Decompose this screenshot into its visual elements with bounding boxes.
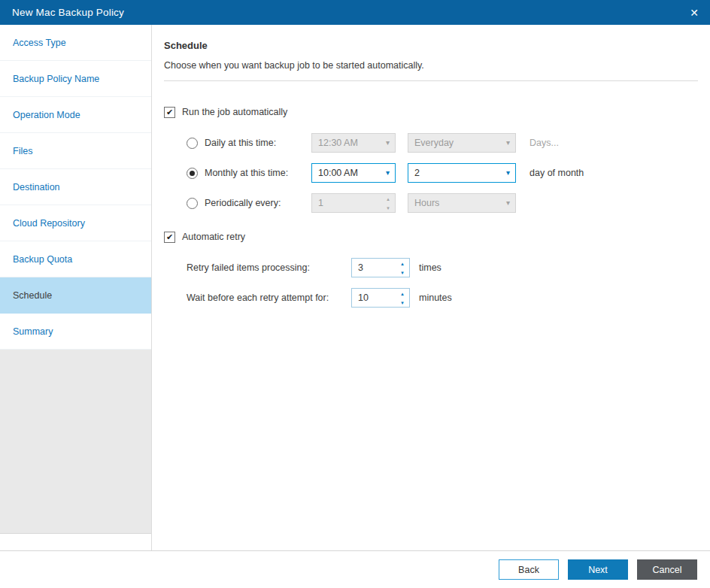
monthly-row: Monthly at this time: 10:00 AM ▾ 2 ▾ day…	[187, 158, 698, 188]
schedule-step-content: Schedule Choose when you want backup job…	[152, 25, 710, 550]
daily-label: Daily at this time:	[205, 138, 311, 148]
sidebar-item-backup-quota[interactable]: Backup Quota	[0, 241, 151, 277]
monthly-radio[interactable]	[187, 168, 198, 179]
wizard-window: New Mac Backup Policy ✕ Access Type Back…	[0, 0, 710, 588]
sidebar-item-summary[interactable]: Summary	[0, 314, 151, 350]
close-icon: ✕	[690, 7, 699, 19]
automatic-retry-checkbox[interactable]: ✔	[164, 232, 175, 243]
sidebar-item-backup-policy-name[interactable]: Backup Policy Name	[0, 61, 151, 97]
run-automatically-checkbox[interactable]: ✔	[164, 107, 175, 118]
monthly-time-select[interactable]: 10:00 AM ▾	[311, 163, 396, 183]
periodically-label: Periodically every:	[205, 198, 311, 208]
retry-wait-row: Wait before each retry attempt for: 10 ▴…	[187, 283, 698, 313]
periodically-value-spinner[interactable]: 1 ▴ ▾	[311, 193, 396, 213]
chevron-down-icon: ▾	[506, 139, 510, 147]
spinner-up-icon[interactable]: ▴	[381, 194, 395, 203]
retry-wait-value: 10	[352, 289, 396, 307]
spinner-up-icon[interactable]: ▴	[396, 289, 409, 298]
sidebar-item-files[interactable]: Files	[0, 133, 151, 169]
cancel-button[interactable]: Cancel	[637, 559, 697, 580]
chevron-down-icon: ▾	[506, 169, 510, 177]
daily-time-select[interactable]: 12:30 AM ▾	[311, 133, 396, 153]
wizard-steps-sidebar: Access Type Backup Policy Name Operation…	[0, 25, 152, 550]
periodically-unit-value: Hours	[414, 198, 439, 208]
daily-row: Daily at this time: 12:30 AM ▾ Everyday …	[187, 128, 698, 158]
check-icon: ✔	[166, 108, 173, 117]
chevron-down-icon: ▾	[506, 199, 510, 207]
sidebar-item-access-type[interactable]: Access Type	[0, 25, 151, 61]
retry-wait-spinner[interactable]: 10 ▴ ▾	[351, 288, 410, 308]
retry-count-label: Retry failed items processing:	[187, 262, 351, 273]
monthly-label: Monthly at this time:	[205, 168, 311, 178]
retry-count-value: 3	[352, 259, 396, 277]
sidebar-item-cloud-repository[interactable]: Cloud Repository	[0, 205, 151, 241]
sidebar-item-destination[interactable]: Destination	[0, 169, 151, 205]
window-titlebar: New Mac Backup Policy ✕	[0, 0, 710, 25]
retry-count-row: Retry failed items processing: 3 ▴ ▾ tim…	[187, 253, 698, 283]
page-title: Schedule	[164, 40, 698, 51]
days-button[interactable]: Days...	[529, 138, 559, 148]
spinner-arrows: ▴ ▾	[396, 289, 409, 307]
wizard-body: Access Type Backup Policy Name Operation…	[0, 25, 710, 550]
spinner-arrows: ▴ ▾	[381, 194, 395, 212]
window-title: New Mac Backup Policy	[12, 7, 678, 18]
spinner-up-icon[interactable]: ▴	[396, 259, 409, 268]
retry-wait-label: Wait before each retry attempt for:	[187, 292, 351, 303]
sidebar-empty-area	[0, 350, 151, 534]
check-icon: ✔	[166, 233, 173, 241]
periodically-radio[interactable]	[187, 198, 198, 209]
wizard-footer: Back Next Cancel	[0, 550, 710, 588]
spinner-down-icon[interactable]: ▾	[396, 298, 409, 307]
periodically-value: 1	[312, 194, 381, 212]
automatic-retry-label: Automatic retry	[182, 232, 245, 242]
retry-count-suffix: times	[419, 262, 441, 273]
sidebar-item-schedule[interactable]: Schedule	[0, 277, 151, 314]
retry-wait-suffix: minutes	[419, 292, 452, 303]
sidebar-bottom-strip	[0, 534, 151, 550]
spinner-down-icon[interactable]: ▾	[381, 203, 395, 212]
monthly-day-value: 2	[414, 168, 420, 178]
spinner-arrows: ▴ ▾	[396, 259, 409, 277]
retry-count-spinner[interactable]: 3 ▴ ▾	[351, 258, 410, 277]
back-button[interactable]: Back	[499, 559, 559, 580]
daily-time-value: 12:30 AM	[318, 138, 358, 148]
chevron-down-icon: ▾	[386, 169, 390, 177]
run-automatically-label: Run the job automatically	[182, 107, 287, 117]
daily-day-select[interactable]: Everyday ▾	[408, 133, 516, 153]
header-divider	[164, 80, 698, 81]
periodically-row: Periodically every: 1 ▴ ▾ Hours ▾	[187, 188, 698, 218]
chevron-down-icon: ▾	[386, 139, 390, 147]
sidebar-item-operation-mode[interactable]: Operation Mode	[0, 97, 151, 133]
run-automatically-row: ✔ Run the job automatically	[164, 102, 698, 122]
periodically-unit-select[interactable]: Hours ▾	[408, 193, 516, 213]
monthly-day-select[interactable]: 2 ▾	[408, 163, 516, 183]
automatic-retry-row: ✔ Automatic retry	[164, 227, 698, 247]
spinner-down-icon[interactable]: ▾	[396, 268, 409, 277]
next-button[interactable]: Next	[568, 559, 628, 580]
close-button[interactable]: ✕	[678, 0, 710, 25]
monthly-time-value: 10:00 AM	[318, 168, 358, 178]
page-subtitle: Choose when you want backup job to be st…	[164, 60, 698, 71]
daily-radio[interactable]	[187, 138, 198, 149]
daily-day-value: Everyday	[414, 138, 454, 148]
monthly-suffix-label: day of month	[529, 168, 584, 178]
